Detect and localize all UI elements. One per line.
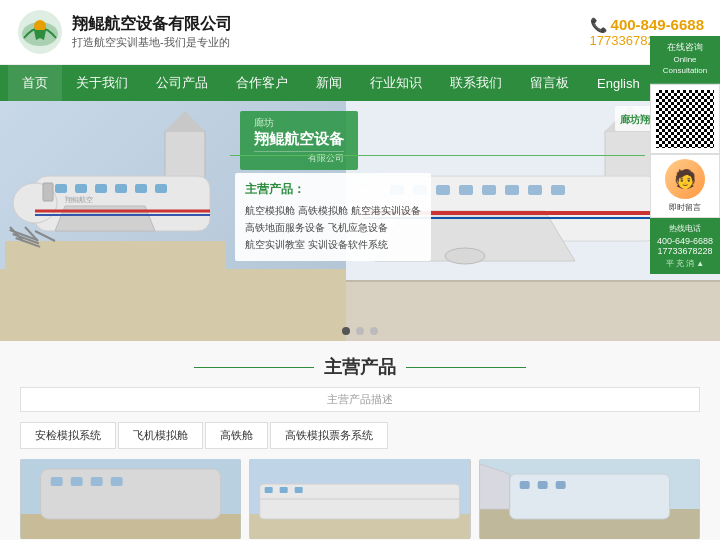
svg-rect-51 — [91, 477, 103, 486]
section-subtitle: 主营产品描述 — [20, 387, 700, 412]
product-img-3-svg — [479, 459, 700, 539]
phone-number-1[interactable]: 400-849-6688 — [611, 16, 704, 33]
nav-item-partners[interactable]: 合作客户 — [222, 65, 302, 101]
nav-item-message[interactable]: 留言板 — [516, 65, 583, 101]
tab-security-sim[interactable]: 安检模拟系统 — [20, 422, 116, 449]
product-tabs: 安检模拟系统 飞机模拟舱 高铁舱 高铁模拟票务系统 — [20, 422, 700, 449]
dot-2[interactable] — [356, 327, 364, 335]
title-line-left — [194, 367, 314, 368]
svg-rect-39 — [505, 185, 519, 195]
svg-rect-37 — [459, 185, 473, 195]
svg-rect-65 — [555, 481, 565, 489]
svg-rect-35 — [413, 185, 427, 195]
product-images-row — [20, 459, 700, 539]
section-title-row: 主营产品 — [20, 355, 700, 379]
svg-rect-36 — [436, 185, 450, 195]
company-name: 翔鲲航空设备有限公司 — [72, 14, 232, 35]
logo-area: 翔鲲航空设备有限公司 打造航空实训基地-我们是专业的 — [16, 8, 232, 56]
main-products-section: 主营产品 主营产品描述 安检模拟系统 飞机模拟舱 高铁舱 高铁模拟票务系统 — [0, 341, 720, 540]
float-phone-box: 热线电话 400-649-6688 17733678228 平 充 消 ▲ — [650, 218, 720, 274]
tab-train-cabin[interactable]: 高铁舱 — [205, 422, 268, 449]
logo-icon — [16, 8, 64, 56]
svg-rect-64 — [537, 481, 547, 489]
float-icons[interactable]: 平 充 消 ▲ — [654, 258, 716, 269]
svg-point-31 — [346, 186, 390, 230]
nav-item-home[interactable]: 首页 — [8, 65, 62, 101]
svg-rect-9 — [55, 184, 67, 193]
product-img-2-svg — [249, 459, 470, 539]
svg-rect-62 — [509, 474, 669, 519]
float-phone-2[interactable]: 17733678228 — [654, 246, 716, 256]
svg-rect-55 — [260, 484, 460, 519]
svg-rect-15 — [43, 183, 53, 201]
svg-rect-11 — [95, 184, 107, 193]
logo-text: 翔鲲航空设备有限公司 打造航空实训基地-我们是专业的 — [72, 14, 232, 50]
float-sidebar: 在线咨询Online Consultation 🧑 即时留言 热线电话 400-… — [650, 36, 720, 274]
svg-rect-14 — [155, 184, 167, 193]
svg-rect-58 — [295, 487, 303, 493]
float-hotline-label: 热线电话 — [654, 223, 716, 234]
tab-train-ticket-sim[interactable]: 高铁模拟票务系统 — [270, 422, 388, 449]
nav-item-products[interactable]: 公司产品 — [142, 65, 222, 101]
float-chat-box: 🧑 即时留言 — [650, 154, 720, 218]
svg-rect-48 — [41, 469, 221, 519]
navbar: 首页 关于我们 公司产品 合作客户 新闻 行业知识 联系我们 留言板 Engli… — [0, 65, 720, 101]
svg-point-33 — [445, 248, 485, 264]
qr-image — [656, 90, 714, 148]
nav-item-industry[interactable]: 行业知识 — [356, 65, 436, 101]
svg-text:翔鲲航空: 翔鲲航空 — [65, 196, 93, 203]
svg-rect-40 — [528, 185, 542, 195]
header: 翔鲲航空设备有限公司 打造航空实训基地-我们是专业的 📞 400-849-668… — [0, 0, 720, 65]
banner-dots — [342, 327, 378, 335]
svg-rect-50 — [71, 477, 83, 486]
float-chat-label: 即时留言 — [669, 202, 701, 213]
svg-rect-26 — [346, 281, 720, 341]
svg-rect-38 — [482, 185, 496, 195]
svg-rect-56 — [265, 487, 273, 493]
product-img-1-svg — [20, 459, 241, 539]
section-title: 主营产品 — [324, 355, 396, 379]
product-image-3 — [479, 459, 700, 539]
dot-3[interactable] — [370, 327, 378, 335]
svg-rect-13 — [135, 184, 147, 193]
tab-plane-sim[interactable]: 飞机模拟舱 — [118, 422, 203, 449]
float-qr-code — [650, 84, 720, 154]
float-consult-button[interactable]: 在线咨询Online Consultation — [650, 36, 720, 84]
svg-rect-52 — [111, 477, 123, 486]
nav-item-about[interactable]: 关于我们 — [62, 65, 142, 101]
slogan: 打造航空实训基地-我们是专业的 — [72, 35, 232, 50]
svg-rect-49 — [51, 477, 63, 486]
product-image-1 — [20, 459, 241, 539]
svg-rect-34 — [390, 185, 404, 195]
banner-section: 翔鲲航空 — [0, 101, 720, 341]
svg-marker-5 — [165, 111, 205, 131]
svg-rect-57 — [280, 487, 288, 493]
airplane-left-svg: 翔鲲航空 — [5, 111, 225, 281]
banner-left-panel: 翔鲲航空 — [0, 101, 346, 341]
title-line-right — [406, 367, 526, 368]
nav-item-news[interactable]: 新闻 — [302, 65, 356, 101]
phone-icon: 📞 — [590, 17, 607, 33]
svg-rect-12 — [115, 184, 127, 193]
float-phone-1[interactable]: 400-649-6688 — [654, 236, 716, 246]
svg-rect-10 — [75, 184, 87, 193]
nav-item-english[interactable]: English — [583, 65, 654, 101]
chat-avatar: 🧑 — [665, 159, 705, 199]
dot-1[interactable] — [342, 327, 350, 335]
phone-row1: 📞 400-849-6688 — [590, 16, 704, 33]
svg-rect-41 — [551, 185, 565, 195]
nav-item-contact[interactable]: 联系我们 — [436, 65, 516, 101]
product-image-2 — [249, 459, 470, 539]
svg-rect-63 — [519, 481, 529, 489]
